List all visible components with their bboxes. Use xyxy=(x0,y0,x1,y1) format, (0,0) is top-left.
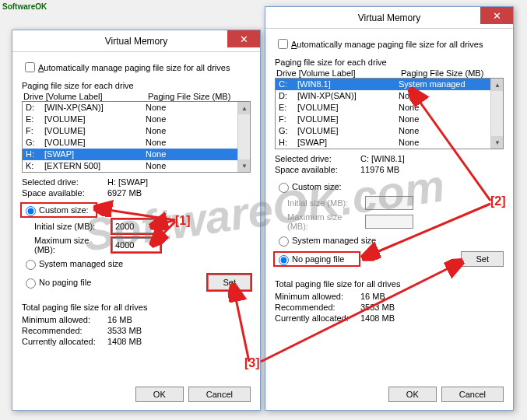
cancel-button[interactable]: Cancel xyxy=(441,387,504,402)
system-managed-radio[interactable] xyxy=(26,260,36,270)
cancel-button[interactable]: Cancel xyxy=(188,387,251,402)
drive-row[interactable]: G:[VOLUME]None xyxy=(23,137,250,149)
header-size: Paging File Size (MB) xyxy=(148,92,249,101)
drive-row[interactable]: K:[EXTERN 500]None xyxy=(23,160,250,172)
set-button[interactable]: Set xyxy=(208,275,251,290)
max-size-input xyxy=(365,215,413,229)
drive-letter: E: xyxy=(26,114,44,125)
source-tag: SoftwareOK xyxy=(2,2,47,11)
recommended-label: Recommended: xyxy=(275,303,360,312)
group-each-drive-label: Paging file size for each drive xyxy=(22,81,251,90)
volume-label: [VOLUME] xyxy=(297,114,399,125)
auto-manage-checkbox[interactable] xyxy=(278,39,288,49)
paging-size: None xyxy=(399,125,500,137)
min-allowed-label: Minimum allowed: xyxy=(22,315,107,324)
drive-row[interactable]: D:[WIN-XP(SAN)]None xyxy=(276,90,503,102)
paging-size: None xyxy=(146,114,247,125)
scroll-down-icon[interactable]: ▼ xyxy=(238,159,251,172)
system-managed-radio[interactable] xyxy=(279,236,289,247)
drive-row[interactable]: H:[SWAP]None xyxy=(276,137,503,149)
drive-row[interactable]: F:[VOLUME]None xyxy=(23,125,250,137)
initial-size-label: Initial size (MB): xyxy=(287,198,365,208)
custom-size-radio[interactable] xyxy=(279,183,289,193)
no-paging-label: No paging file xyxy=(292,254,344,264)
selected-drive-label: Selected drive: xyxy=(22,177,107,187)
drive-row[interactable]: H:[SWAP]None xyxy=(23,149,250,160)
recommended-label: Recommended: xyxy=(22,326,107,335)
current-alloc-value: 1408 MB xyxy=(360,313,504,323)
selected-drive-label: Selected drive: xyxy=(275,154,360,163)
drive-listbox[interactable]: C:[WIN8.1]System managedD:[WIN-XP(SAN)]N… xyxy=(275,78,504,149)
drive-row[interactable]: G:[VOLUME]None xyxy=(276,125,503,137)
drive-row[interactable]: E:[VOLUME]None xyxy=(276,102,503,114)
min-allowed-label: Minimum allowed: xyxy=(275,292,360,301)
header-size: Paging File Size (MB) xyxy=(401,68,502,78)
titlebar[interactable]: Virtual Memory ✕ xyxy=(265,7,513,29)
drive-row[interactable]: E:[VOLUME]None xyxy=(23,114,250,125)
paging-size: None xyxy=(146,149,247,160)
drive-letter: E: xyxy=(279,102,297,114)
drive-letter: F: xyxy=(279,114,297,125)
volume-label: [WIN8.1] xyxy=(297,79,399,90)
drive-letter: H: xyxy=(26,149,44,160)
no-paging-radio[interactable] xyxy=(26,278,36,289)
drive-row[interactable]: F:[VOLUME]None xyxy=(276,114,503,125)
virtual-memory-dialog-left: Virtual Memory ✕ Automatically manage pa… xyxy=(12,30,261,411)
volume-label: [SWAP] xyxy=(44,149,146,160)
paging-size: None xyxy=(146,160,247,172)
drive-letter: H: xyxy=(279,137,297,149)
close-button[interactable]: ✕ xyxy=(227,30,260,47)
paging-size: System managed xyxy=(399,79,500,90)
drive-letter: F: xyxy=(26,125,44,137)
current-alloc-value: 1408 MB xyxy=(107,337,251,346)
scroll-up-icon[interactable]: ▲ xyxy=(491,79,504,91)
no-paging-radio[interactable] xyxy=(279,255,289,265)
auto-manage-checkbox[interactable] xyxy=(25,62,35,72)
window-title: Virtual Memory xyxy=(358,12,420,23)
drive-letter: G: xyxy=(279,125,297,137)
current-alloc-label: Currently allocated: xyxy=(275,313,360,323)
volume-label: [VOLUME] xyxy=(44,114,146,125)
max-size-input[interactable] xyxy=(112,238,160,252)
space-available-label: Space available: xyxy=(275,165,360,174)
drive-listbox[interactable]: D:[WIN-XP(SAN)]NoneE:[VOLUME]NoneF:[VOLU… xyxy=(22,101,251,173)
close-button[interactable]: ✕ xyxy=(480,7,513,24)
initial-size-input[interactable] xyxy=(112,219,160,233)
drive-row[interactable]: C:[WIN8.1]System managed xyxy=(276,79,503,90)
system-managed-label: System managed size xyxy=(39,259,123,268)
titlebar[interactable]: Virtual Memory ✕ xyxy=(12,30,260,52)
ok-button[interactable]: OK xyxy=(135,387,184,402)
drive-letter: D: xyxy=(279,90,297,102)
virtual-memory-dialog-right: Virtual Memory ✕ Automatically manage pa… xyxy=(265,6,514,411)
scroll-down-icon[interactable]: ▼ xyxy=(491,136,504,149)
paging-size: None xyxy=(399,137,500,149)
custom-size-radio[interactable] xyxy=(26,206,36,216)
volume-label: [VOLUME] xyxy=(297,125,399,137)
paging-size: None xyxy=(399,102,500,114)
initial-size-label: Initial size (MB): xyxy=(34,222,112,231)
scrollbar[interactable]: ▲ ▼ xyxy=(237,102,250,172)
close-icon: ✕ xyxy=(240,33,248,45)
header-drive: Drive [Volume Label] xyxy=(276,68,401,78)
recommended-value: 3533 MB xyxy=(360,303,504,312)
drive-letter: D: xyxy=(26,102,44,114)
total-group-label: Total paging file size for all drives xyxy=(22,303,251,312)
ok-button[interactable]: OK xyxy=(388,387,437,402)
drive-letter: C: xyxy=(279,79,297,90)
scroll-up-icon[interactable]: ▲ xyxy=(238,102,251,114)
custom-size-label: Custom size: xyxy=(292,182,342,191)
volume-label: [SWAP] xyxy=(297,137,399,149)
min-allowed-value: 16 MB xyxy=(360,292,504,301)
drive-letter: K: xyxy=(26,160,44,172)
scrollbar[interactable]: ▲ ▼ xyxy=(490,79,503,149)
no-paging-label: No paging file xyxy=(39,278,91,287)
paging-size: None xyxy=(146,137,247,149)
min-allowed-value: 16 MB xyxy=(107,315,251,324)
space-available-value: 11976 MB xyxy=(360,165,504,174)
current-alloc-label: Currently allocated: xyxy=(22,337,107,346)
recommended-value: 3533 MB xyxy=(107,326,251,335)
close-icon: ✕ xyxy=(493,10,501,22)
drive-row[interactable]: D:[WIN-XP(SAN)]None xyxy=(23,102,250,114)
volume-label: [EXTERN 500] xyxy=(44,160,146,172)
set-button[interactable]: Set xyxy=(461,251,504,267)
